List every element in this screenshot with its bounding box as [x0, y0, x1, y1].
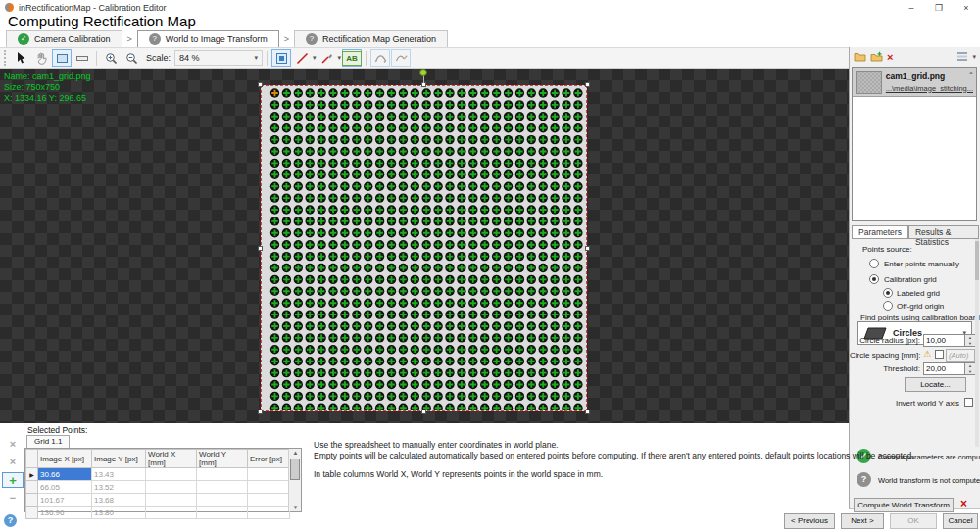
calibration-grid-image[interactable] — [261, 85, 587, 411]
points-table-body: ▶30.6613.4366.0513.52101.6713.68136.9613… — [26, 468, 290, 519]
question-icon: ? — [149, 33, 161, 45]
open-image-button[interactable] — [854, 51, 866, 64]
maximize-button[interactable]: ❐ — [925, 0, 953, 15]
chevron-icon: > — [122, 30, 137, 47]
toolbar-separator — [267, 51, 268, 66]
radio-enter-points-manually[interactable] — [869, 259, 879, 268]
grid-tab[interactable]: Grid 1.1 — [26, 435, 70, 448]
help-line-3: In table columns World X, World Y repres… — [314, 469, 970, 480]
circle-spacing-label: Circle spacing [mm]: — [850, 351, 920, 360]
threshold-input[interactable]: 20,00 — [923, 362, 965, 375]
scale-combo[interactable]: 84 % ▾ — [174, 50, 263, 66]
next-button[interactable]: Next > — [841, 513, 884, 529]
app-logo-icon — [5, 3, 14, 12]
remove-image-button[interactable]: × — [887, 52, 893, 62]
image-file-list[interactable]: cam1_grid.png ...\media\image_stitching.… — [852, 67, 977, 221]
warning-icon: ⚠ — [923, 349, 931, 359]
tab-world-to-image-transform[interactable]: ? World to Image Transform — [137, 30, 279, 47]
folder-icon — [854, 51, 866, 62]
zoom-in-button[interactable] — [101, 49, 121, 67]
pan-tool-button[interactable] — [31, 49, 51, 67]
remove-point-button[interactable]: − — [2, 490, 24, 506]
tab-camera-calibration[interactable]: ✓ Camera Calibration — [6, 30, 122, 47]
circle-spacing-input[interactable]: (Auto) — [946, 349, 975, 362]
image-canvas[interactable]: Name: cam1_grid.png Size: 750x750 X: 133… — [0, 69, 849, 423]
selection-handle[interactable] — [258, 410, 263, 414]
chevron-down-icon[interactable]: ▾ — [313, 54, 317, 62]
points-source-label: Points source: — [862, 245, 912, 254]
table-row[interactable]: 101.6713.68 — [26, 494, 290, 507]
close-button[interactable]: × — [953, 0, 980, 15]
radio-offgrid-origin[interactable] — [883, 301, 893, 311]
minimize-button[interactable]: – — [898, 0, 925, 15]
line-tool-button[interactable] — [292, 49, 312, 67]
clear-point-button[interactable]: × — [2, 454, 24, 469]
file-name: cam1_grid.png — [886, 72, 973, 81]
table-row[interactable]: 66.0513.52 — [26, 481, 290, 494]
help-text: Use the spreadsheet to manually enter co… — [314, 440, 970, 480]
cancel-button[interactable]: Cancel — [943, 513, 978, 529]
calibration-grid-svg — [262, 86, 586, 410]
error-x-icon: × — [960, 497, 967, 510]
view-mode-button[interactable] — [956, 51, 968, 63]
toolbar-separator — [96, 51, 97, 66]
marker-column-header — [26, 450, 38, 468]
invert-world-y-checkbox[interactable] — [964, 398, 973, 407]
edit-curve-tool-button[interactable] — [391, 49, 411, 67]
invert-world-y-label: Invert world Y axis — [850, 399, 959, 408]
points-table[interactable]: Image X [px] Image Y [px] World X [mm] W… — [24, 448, 302, 512]
table-row[interactable]: 136.9613.80 — [26, 507, 290, 519]
ok-button[interactable]: OK — [890, 513, 937, 529]
radio-labeled-grid[interactable] — [883, 288, 893, 298]
circle-radius-input[interactable]: 10,00 — [923, 334, 965, 347]
zoom-out-button[interactable] — [122, 49, 141, 67]
selection-handle[interactable] — [585, 82, 590, 87]
help-icon[interactable]: ? — [4, 514, 17, 527]
radio-label: Calibration grid — [884, 275, 937, 284]
file-path-link[interactable]: ...\media\image_stitching... — [886, 84, 973, 93]
flat-rectangle-tool-button[interactable] — [73, 49, 92, 67]
column-header[interactable]: Image Y [px] — [92, 450, 146, 468]
compute-world-transform-button[interactable]: Compute World Transform — [854, 498, 954, 512]
selection-handle[interactable] — [421, 410, 426, 414]
chevron-down-icon[interactable]: ▾ — [338, 54, 342, 62]
tab-rectification-map-generation[interactable]: ? Rectification Map Generation — [294, 30, 448, 47]
panel-scrollbar-thumb[interactable] — [975, 241, 979, 280]
list-view-icon — [956, 51, 968, 61]
table-scrollbar[interactable]: ▲ ▼ — [288, 449, 301, 511]
flat-rectangle-icon — [75, 54, 89, 63]
folder-add-icon — [870, 51, 883, 62]
table-row[interactable]: ▶30.6613.43 — [26, 468, 290, 481]
column-header[interactable]: Error [px] — [248, 450, 290, 468]
selection-handle[interactable] — [258, 246, 263, 251]
cursor-tool-button[interactable] — [11, 49, 30, 67]
chevron-down-icon[interactable]: ▾ — [972, 53, 976, 61]
tab-results-statistics[interactable]: Results & Statistics — [908, 225, 979, 238]
fit-to-window-button[interactable] — [271, 49, 291, 67]
rotation-handle[interactable] — [419, 69, 427, 76]
selection-handle[interactable] — [585, 410, 590, 414]
selection-handle[interactable] — [585, 246, 590, 251]
tab-label: Camera Calibration — [34, 34, 111, 44]
locate-button[interactable]: Locate... — [905, 377, 966, 392]
add-point-button[interactable]: + — [2, 472, 24, 488]
circle-spacing-checkbox[interactable] — [935, 350, 944, 359]
draw-tool-button[interactable] — [318, 49, 337, 67]
previous-button[interactable]: < Previous — [784, 513, 835, 529]
scroll-up-icon[interactable]: ▲ — [968, 70, 974, 75]
radio-calibration-grid[interactable] — [869, 274, 879, 284]
tab-parameters[interactable]: Parameters — [852, 225, 908, 238]
column-header[interactable]: World X [mm] — [146, 450, 197, 468]
selection-handle[interactable] — [258, 82, 263, 87]
curve-tool-button[interactable] — [370, 49, 390, 67]
hand-icon — [35, 52, 48, 65]
labels-toggle-button[interactable]: AB — [342, 49, 362, 67]
add-image-button[interactable] — [870, 51, 883, 64]
circle-radius-label: Circle radius [px]: — [850, 336, 920, 345]
region-select-tool-button[interactable] — [52, 49, 72, 67]
column-header[interactable]: World Y [mm] — [197, 450, 248, 468]
clear-all-points-button[interactable]: × — [2, 436, 24, 452]
column-header[interactable]: Image X [px] — [38, 450, 92, 468]
list-item[interactable]: cam1_grid.png ...\media\image_stitching.… — [853, 68, 976, 97]
canvas-info-overlay: Name: cam1_grid.png Size: 750x750 X: 133… — [4, 72, 91, 104]
